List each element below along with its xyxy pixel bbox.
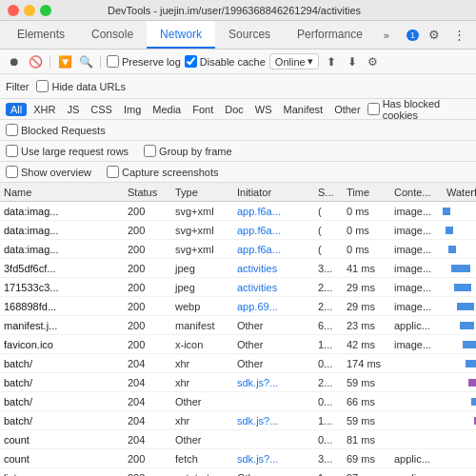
type-btn-other[interactable]: Other bbox=[329, 103, 366, 116]
cell-name: manifest.j... bbox=[0, 320, 124, 331]
header-content[interactable]: Conte... bbox=[390, 187, 443, 198]
blocked-requests-checkbox[interactable]: Blocked Requests bbox=[6, 124, 106, 136]
search-icon[interactable]: 🔍 bbox=[77, 53, 94, 70]
tab-performance[interactable]: Performance bbox=[284, 21, 376, 49]
clear-button[interactable]: 🚫 bbox=[27, 53, 44, 70]
use-large-rows-checkbox[interactable]: Use large request rows bbox=[6, 145, 129, 157]
cell-size: 6... bbox=[314, 320, 343, 331]
table-row[interactable]: 3fd5df6cf... 200 jpeg activities 3... 41… bbox=[0, 259, 476, 278]
type-btn-doc[interactable]: Doc bbox=[220, 103, 248, 116]
tab-sources[interactable]: Sources bbox=[215, 21, 284, 49]
tab-console[interactable]: Console bbox=[78, 21, 147, 49]
cell-time: 66 ms bbox=[343, 396, 390, 407]
type-btn-ws[interactable]: WS bbox=[250, 103, 277, 116]
export-icon[interactable]: ⬇ bbox=[344, 53, 361, 70]
chevron-down-icon: ▾ bbox=[307, 55, 313, 68]
header-name[interactable]: Name bbox=[0, 187, 124, 198]
table-row[interactable]: count 200 fetch sdk.js?... 3... 69 ms ap… bbox=[0, 449, 476, 468]
cell-status: 200 bbox=[124, 301, 171, 312]
cell-time: 69 ms bbox=[343, 453, 390, 465]
cell-time: 0 ms bbox=[343, 206, 390, 217]
show-overview-checkbox[interactable]: Show overview bbox=[6, 166, 91, 178]
cell-size: 2... bbox=[314, 282, 343, 293]
group-by-frame-checkbox[interactable]: Group by frame bbox=[144, 145, 231, 157]
filter-icon[interactable]: 🔽 bbox=[56, 53, 73, 70]
tab-network[interactable]: Network bbox=[147, 21, 215, 49]
cell-size: 1... bbox=[314, 472, 343, 477]
header-waterfall[interactable]: Waterfall ▴ bbox=[443, 186, 476, 198]
type-btn-manifest[interactable]: Manifest bbox=[279, 103, 328, 116]
preserve-log-checkbox[interactable]: Preserve log bbox=[107, 55, 181, 68]
table-row[interactable]: data:imag... 200 svg+xml app.f6a... ( 0 … bbox=[0, 221, 476, 240]
table-row[interactable]: batch/ 204 xhr sdk.js?... 2... 59 ms bbox=[0, 373, 476, 392]
table-row[interactable]: data:imag... 200 svg+xml app.f6a... ( 0 … bbox=[0, 202, 476, 221]
table-row[interactable]: favicon.ico 200 x-icon Other 1... 42 ms … bbox=[0, 335, 476, 354]
import-icon[interactable]: ⬆ bbox=[323, 53, 340, 70]
type-btn-img[interactable]: Img bbox=[119, 103, 146, 116]
type-btn-media[interactable]: Media bbox=[148, 103, 186, 116]
type-btn-font[interactable]: Font bbox=[188, 103, 218, 116]
cell-type: webp bbox=[171, 301, 233, 312]
table-header: Name Status Type Initiator S... Time Con… bbox=[0, 183, 476, 202]
cell-size: ( bbox=[314, 206, 343, 217]
header-type[interactable]: Type bbox=[171, 187, 233, 198]
cell-time: 97 ms bbox=[343, 472, 390, 477]
cell-name: data:imag... bbox=[0, 244, 124, 255]
type-btn-js[interactable]: JS bbox=[62, 103, 84, 116]
cell-waterfall bbox=[443, 392, 476, 411]
cell-type: xhr bbox=[171, 377, 233, 388]
table-row[interactable]: data:imag... 200 svg+xml app.f6a... ( 0 … bbox=[0, 240, 476, 259]
cell-name: data:imag... bbox=[0, 206, 124, 217]
cell-content: image... bbox=[390, 225, 443, 236]
header-size[interactable]: S... bbox=[314, 187, 343, 198]
cell-content: applic... bbox=[390, 453, 443, 465]
network-settings-icon[interactable]: ⚙ bbox=[365, 53, 382, 70]
cell-name: batch/ bbox=[0, 396, 124, 407]
capture-screenshots-checkbox[interactable]: Capture screenshots bbox=[107, 166, 219, 178]
more-options-icon[interactable]: ⋮ bbox=[449, 26, 468, 45]
disable-cache-checkbox[interactable]: Disable cache bbox=[185, 55, 266, 68]
cell-status: 204 bbox=[124, 434, 171, 446]
settings-icon[interactable]: ⚙ bbox=[425, 26, 444, 45]
table-row[interactable]: list 200 octet-stre... Other 1... 97 ms … bbox=[0, 468, 476, 476]
cell-waterfall bbox=[443, 449, 476, 468]
table-row[interactable]: batch/ 204 Other 0... 66 ms bbox=[0, 392, 476, 411]
cell-initiator: app.f6a... bbox=[233, 206, 314, 217]
cell-content: applic... bbox=[390, 320, 443, 331]
cell-status: 204 bbox=[124, 377, 171, 388]
type-btn-css[interactable]: CSS bbox=[86, 103, 117, 116]
table-row[interactable]: batch/ 204 xhr Other 0... 174 ms bbox=[0, 354, 476, 373]
table-row[interactable]: 171533c3... 200 jpeg activities 2... 29 … bbox=[0, 278, 476, 297]
type-btn-xhr[interactable]: XHR bbox=[29, 103, 60, 116]
options-row-1: Blocked Requests bbox=[0, 120, 476, 141]
cell-size: 1... bbox=[314, 339, 343, 350]
table-row[interactable]: 168898fd... 200 webp app.69... 2... 29 m… bbox=[0, 297, 476, 316]
header-initiator[interactable]: Initiator bbox=[233, 187, 314, 198]
cell-type: manifest bbox=[171, 320, 233, 331]
cell-time: 0 ms bbox=[343, 225, 390, 236]
cell-name: 171533c3... bbox=[0, 282, 124, 293]
cell-status: 200 bbox=[124, 263, 171, 274]
has-blocked-cookies-checkbox[interactable]: Has blocked cookies bbox=[367, 98, 470, 121]
cell-time: 23 ms bbox=[343, 320, 390, 331]
table-row[interactable]: batch/ 204 xhr sdk.js?... 1... 59 ms bbox=[0, 411, 476, 430]
type-btn-all[interactable]: All bbox=[6, 103, 27, 116]
hide-data-urls-checkbox[interactable]: Hide data URLs bbox=[36, 80, 126, 92]
cell-waterfall bbox=[443, 354, 476, 373]
filter-bar: Filter Hide data URLs bbox=[0, 74, 476, 99]
tab-elements[interactable]: Elements bbox=[4, 21, 78, 49]
record-button[interactable]: ⏺ bbox=[6, 53, 23, 70]
table-row[interactable]: count 204 Other 0... 81 ms bbox=[0, 430, 476, 449]
cell-name: batch/ bbox=[0, 377, 124, 388]
header-status[interactable]: Status bbox=[124, 187, 171, 198]
cell-content: applic... bbox=[390, 472, 443, 477]
cell-type: octet-stre... bbox=[171, 472, 233, 477]
cell-size: ( bbox=[314, 244, 343, 255]
table-row[interactable]: manifest.j... 200 manifest Other 6... 23… bbox=[0, 316, 476, 335]
header-time[interactable]: Time bbox=[343, 187, 390, 198]
tab-overflow-button[interactable]: » bbox=[376, 21, 397, 49]
type-filter-bar: All XHR JS CSS Img Media Font Doc WS Man… bbox=[0, 99, 476, 120]
cell-name: batch/ bbox=[0, 415, 124, 426]
network-throttle-button[interactable]: Online ▾ bbox=[269, 53, 319, 69]
options-row-3: Show overview Capture screenshots bbox=[0, 162, 476, 183]
